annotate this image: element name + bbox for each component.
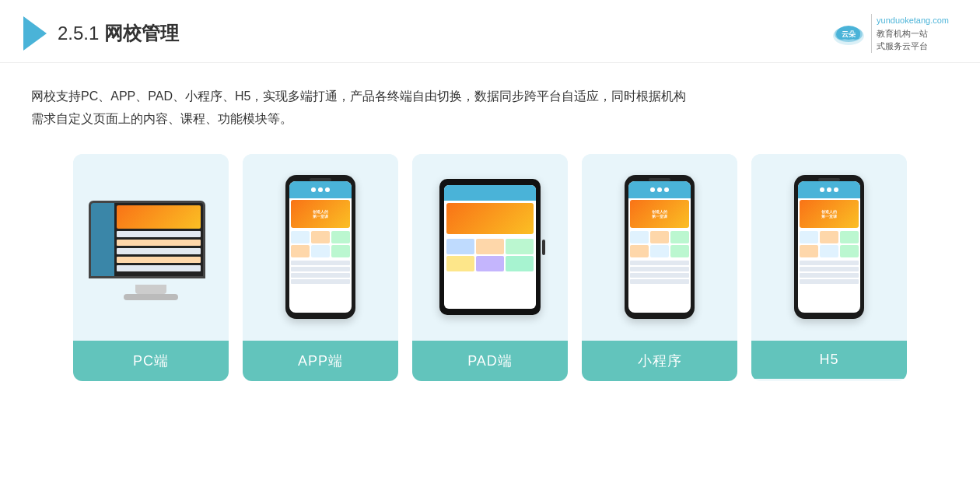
card-pc: PC端 bbox=[73, 154, 229, 381]
card-mini: 创造人的第一堂课 bbox=[582, 154, 737, 381]
card-pc-image bbox=[73, 154, 229, 341]
pc-mockup bbox=[89, 201, 213, 294]
title-text: 网校管理 bbox=[104, 23, 179, 44]
cards-section: PC端 创造人的第一堂课 bbox=[0, 138, 980, 397]
brand-line2: 式服务云平台 bbox=[877, 40, 949, 53]
card-app: 创造人的第一堂课 bbox=[243, 154, 398, 381]
tablet-mockup bbox=[439, 179, 541, 315]
card-h5: 创造人的第一堂课 bbox=[751, 154, 907, 381]
phone-mockup-app: 创造人的第一堂课 bbox=[285, 175, 355, 319]
card-h5-label: H5 bbox=[751, 341, 907, 379]
page-title: 2.5.1 网校管理 bbox=[58, 21, 179, 46]
page-header: 2.5.1 网校管理 云朵 yunduoketang.com 教育机构一站 式服… bbox=[0, 0, 980, 63]
header-left: 2.5.1 网校管理 bbox=[23, 16, 179, 51]
brand-url: yunduoketang.com bbox=[877, 14, 949, 27]
card-mini-image: 创造人的第一堂课 bbox=[582, 154, 737, 341]
brand-logo: 云朵 yunduoketang.com 教育机构一站 式服务云平台 bbox=[831, 14, 949, 53]
cloud-icon: 云朵 bbox=[831, 19, 866, 48]
brand-tagline: yunduoketang.com 教育机构一站 式服务云平台 bbox=[871, 14, 949, 53]
brand-line1: 教育机构一站 bbox=[877, 27, 949, 40]
card-h5-image: 创造人的第一堂课 bbox=[751, 154, 907, 341]
description-block: 网校支持PC、APP、PAD、小程序、H5，实现多端打通，产品各终端自由切换，数… bbox=[0, 63, 980, 138]
section-number: 2.5.1 bbox=[58, 23, 99, 44]
card-pad: PAD端 bbox=[412, 154, 568, 381]
logo-arrow-icon bbox=[23, 16, 47, 51]
card-app-label: APP端 bbox=[243, 341, 398, 381]
phone-mockup-mini: 创造人的第一堂课 bbox=[625, 175, 695, 319]
description-line1: 网校支持PC、APP、PAD、小程序、H5，实现多端打通，产品各终端自由切换，数… bbox=[31, 85, 949, 108]
card-pad-image bbox=[412, 154, 568, 341]
card-app-image: 创造人的第一堂课 bbox=[243, 154, 398, 341]
svg-text:云朵: 云朵 bbox=[842, 30, 856, 38]
phone-mockup-h5: 创造人的第一堂课 bbox=[794, 175, 864, 319]
card-pc-label: PC端 bbox=[73, 341, 229, 381]
card-mini-label: 小程序 bbox=[582, 341, 737, 381]
card-pad-label: PAD端 bbox=[412, 341, 568, 381]
description-line2: 需求自定义页面上的内容、课程、功能模块等。 bbox=[31, 107, 949, 131]
